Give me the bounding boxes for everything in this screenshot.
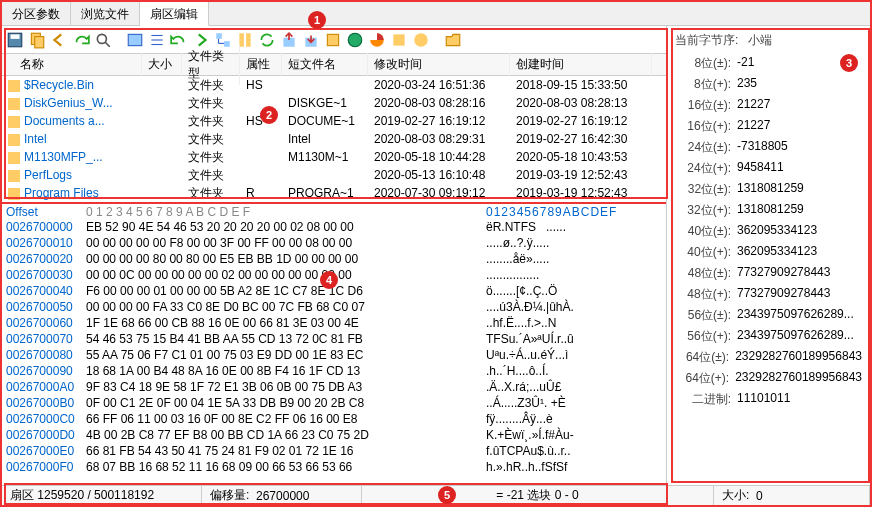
interp-label: 56位(±): (675, 307, 731, 324)
hex-ascii: ëR.NTFS ...... (486, 220, 566, 236)
file-list[interactable]: $Recycle.Bin文件夹HS2020-03-24 16:51:362018… (2, 76, 666, 202)
search-icon[interactable] (94, 31, 112, 49)
interpreter-row: 64位(+):2329282760189956843 (675, 370, 862, 387)
hex-row[interactable]: 00267000B00F 00 C1 2E 0F 00 04 1E 5A 33 … (2, 396, 666, 412)
hdr-mtime[interactable]: 修改时间 (368, 53, 510, 76)
hex-row[interactable]: 002670002000 00 00 00 80 00 80 00 E5 EB … (2, 252, 666, 268)
callout-4: 4 (320, 271, 338, 289)
interpreter-row: 56位(+):2343975097626289... (675, 328, 862, 345)
tab-browse-files[interactable]: 浏览文件 (71, 2, 140, 25)
hdr-attr[interactable]: 属性 (240, 53, 282, 76)
copy-icon[interactable] (28, 31, 46, 49)
file-ctime: 2019-02-27 16:42:30 (510, 132, 652, 146)
file-row[interactable]: DiskGenius_W...文件夹DISKGE~12020-08-03 08:… (2, 94, 666, 112)
svg-point-19 (348, 33, 362, 47)
hdr-size[interactable]: 大小 (142, 53, 182, 76)
redo-icon[interactable] (72, 31, 90, 49)
file-name: PerfLogs (24, 168, 72, 182)
tools-icon[interactable] (390, 31, 408, 49)
interp-value: 21227 (731, 97, 862, 114)
hex-bytes: 00 00 00 00 FA 33 C0 8E D0 BC 00 7C FB 6… (86, 300, 486, 316)
folder-icon (8, 170, 20, 182)
interp-value: 1318081259 (731, 181, 862, 198)
marker-icon[interactable] (324, 31, 342, 49)
file-row[interactable]: Intel文件夹Intel2020-08-03 08:29:312019-02-… (2, 130, 666, 148)
file-mtime: 2019-02-27 16:19:12 (368, 114, 510, 128)
interp-value: 2329282760189956843 (729, 370, 862, 387)
help-icon[interactable] (412, 31, 430, 49)
world-icon[interactable] (346, 31, 364, 49)
list-icon[interactable] (148, 31, 166, 49)
hex-offset: 0026700070 (2, 332, 86, 348)
refresh-icon[interactable] (258, 31, 276, 49)
file-row[interactable]: $Recycle.Bin文件夹HS2020-03-24 16:51:362018… (2, 76, 666, 94)
hex-ascii: K.+Èwï¸.»Í.f#Àu- (486, 428, 574, 444)
toolbar (2, 26, 666, 54)
import-icon[interactable] (302, 31, 320, 49)
interp-value: 235 (731, 76, 862, 93)
hex-row[interactable]: 00267000C066 FF 06 11 00 03 16 0F 00 8E … (2, 412, 666, 428)
tab-bar: 分区参数 浏览文件 扇区编辑 (2, 2, 870, 26)
open-icon[interactable] (444, 31, 462, 49)
interp-label: 32位(±): (675, 181, 731, 198)
hex-row[interactable]: 002670009018 68 1A 00 B4 48 8A 16 0E 00 … (2, 364, 666, 380)
hex-bytes: F6 00 00 00 01 00 00 00 5B A2 8E 1C C7 8… (86, 284, 486, 300)
tab-sector-edit[interactable]: 扇区编辑 (140, 2, 209, 26)
left-pane: 名称 大小 文件类型 属性 短文件名 修改时间 创建时间 $Recycle.Bi… (2, 26, 667, 485)
hex-row[interactable]: 002670005000 00 00 00 FA 33 C0 8E D0 BC … (2, 300, 666, 316)
file-row[interactable]: Program Files文件夹RPROGRA~12020-07-30 09:1… (2, 184, 666, 202)
byte-order-label: 当前字节序: (675, 32, 738, 49)
hex-row[interactable]: 00267000E066 81 FB 54 43 50 41 75 24 81 … (2, 444, 666, 460)
file-ctime: 2018-09-15 15:33:50 (510, 78, 652, 92)
hex-row[interactable]: 0026700000EB 52 90 4E 54 46 53 20 20 20 … (2, 220, 666, 236)
hex-row[interactable]: 002670001000 00 00 00 00 F8 00 00 3F 00 … (2, 236, 666, 252)
interpreter-row: 32位(±):1318081259 (675, 181, 862, 198)
hex-offset: 00267000A0 (2, 380, 86, 396)
hex-body[interactable]: 0026700000EB 52 90 4E 54 46 53 20 20 20 … (2, 220, 666, 476)
hex-ascii: TFSu.´A»ªUÍ.r..û (486, 332, 574, 348)
hex-bytes: 1F 1E 68 66 00 CB 88 16 0E 00 66 81 3E 0… (86, 316, 486, 332)
hdr-sname[interactable]: 短文件名 (282, 53, 368, 76)
status-sector: 扇区 1259520 / 500118192 (2, 486, 202, 505)
save-icon[interactable] (6, 31, 24, 49)
file-row[interactable]: M1130MFP_...文件夹M1130M~12020-05-18 10:44:… (2, 148, 666, 166)
hex-ascii: Uªu.÷Á..u.éÝ...ì (486, 348, 568, 364)
file-mtime: 2020-05-18 10:44:28 (368, 150, 510, 164)
file-mtime: 2020-05-13 16:10:48 (368, 168, 510, 182)
view-icon[interactable] (126, 31, 144, 49)
hex-offset: 0026700000 (2, 220, 86, 236)
hdr-ctime[interactable]: 创建时间 (510, 53, 652, 76)
hex-row[interactable]: 00267000D04B 00 2B C8 77 EF B8 00 BB CD … (2, 428, 666, 444)
interp-value: 362095334123 (731, 244, 862, 261)
hex-row[interactable]: 00267000F068 07 BB 16 68 52 11 16 68 09 … (2, 460, 666, 476)
interpreter-row: 16位(+):21227 (675, 118, 862, 135)
hex-ascii: h.».hR..h..fSfSf (486, 460, 567, 476)
hex-row[interactable]: 00267000601F 1E 68 66 00 CB 88 16 0E 00 … (2, 316, 666, 332)
interp-label: 24位(+): (675, 160, 731, 177)
svg-rect-6 (128, 34, 142, 45)
hex-bytes: 54 46 53 75 15 B4 41 BB AA 55 CD 13 72 0… (86, 332, 486, 348)
interp-value: 1318081259 (731, 202, 862, 219)
hex-row[interactable]: 002670008055 AA 75 06 F7 C1 01 00 75 03 … (2, 348, 666, 364)
back-icon[interactable] (50, 31, 68, 49)
status-offset-val: 26700000 (256, 489, 309, 503)
hdr-name[interactable]: 名称 (20, 57, 44, 71)
hex-row[interactable]: 002670007054 46 53 75 15 B4 41 BB AA 55 … (2, 332, 666, 348)
pie-icon[interactable] (368, 31, 386, 49)
file-type: 文件夹 (182, 149, 240, 166)
tab-partition-params[interactable]: 分区参数 (2, 2, 71, 25)
hex-row[interactable]: 00267000A09F 83 C4 18 9E 58 1F 72 E1 3B … (2, 380, 666, 396)
export-icon[interactable] (280, 31, 298, 49)
interpreter-row: 48位(±):77327909278443 (675, 265, 862, 282)
svg-rect-15 (246, 33, 251, 47)
file-row[interactable]: PerfLogs文件夹2020-05-13 16:10:482019-03-19… (2, 166, 666, 184)
hex-bytes: 00 00 00 00 00 F8 00 00 3F 00 FF 00 00 0… (86, 236, 486, 252)
file-row[interactable]: Documents a...文件夹HSDOCUME~12019-02-27 16… (2, 112, 666, 130)
callout-2: 2 (260, 106, 278, 124)
interpreter-row: 24位(±):-7318805 (675, 139, 862, 156)
hex-ascii: .....ø..?.ÿ..... (486, 236, 549, 252)
interp-value: 77327909278443 (731, 265, 862, 282)
file-ctime: 2020-08-03 08:28:13 (510, 96, 652, 110)
hex-offset: 00267000F0 (2, 460, 86, 476)
interpreter-row: 二进制:11101011 (675, 391, 862, 408)
